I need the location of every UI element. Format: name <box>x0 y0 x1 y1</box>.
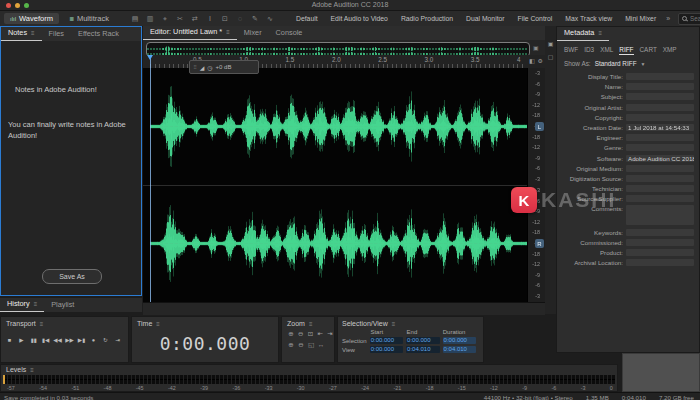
move-next-button[interactable]: ▶▮ <box>76 334 87 345</box>
monitor-icon[interactable]: ◧ <box>529 57 535 64</box>
panel-menu-icon[interactable]: ≡ <box>34 301 38 307</box>
amplitude-ruler[interactable]: -3-6-9-12-18-∞-18-12-9-6-3 -3-6-9-12-18-… <box>527 68 545 302</box>
metadata-field-value[interactable] <box>626 104 694 111</box>
left-channel-badge[interactable]: L <box>535 122 544 131</box>
metadata-field-value[interactable] <box>626 195 694 202</box>
metadata-field-value[interactable] <box>626 134 694 141</box>
move-previous-button[interactable]: ▮◀ <box>40 334 51 345</box>
pause-button[interactable]: ▮▮ <box>28 334 39 345</box>
navigator-button-icon[interactable]: ▣ <box>533 44 539 51</box>
panel-menu-icon[interactable]: ≡ <box>30 367 34 373</box>
note-text-2[interactable]: You can finally write notes in Adobe Aud… <box>8 120 131 142</box>
metadata-field-value[interactable] <box>626 229 694 236</box>
view-start-value[interactable]: 0:00.000 <box>370 346 403 353</box>
metadata-field-value[interactable] <box>626 239 694 246</box>
tab-effects-rack[interactable]: Effects Rack <box>71 29 126 41</box>
metadata-field-value[interactable] <box>626 249 694 256</box>
tab-files[interactable]: Files <box>42 29 71 41</box>
zoom-out-vertical-button[interactable]: ⊖ <box>297 341 305 349</box>
panel-menu-icon[interactable]: ≡ <box>598 30 602 36</box>
slip-tool-icon-icon[interactable]: ⇄ <box>191 15 199 23</box>
tab-editor[interactable]: Editor: Untitled Lawn * ≡ <box>143 27 237 40</box>
brush-tool-icon-icon[interactable]: ✎ <box>251 15 259 23</box>
view-duration-value[interactable]: 0:04.010 <box>443 346 476 353</box>
panel-menu-icon[interactable]: ≡ <box>309 321 313 327</box>
lasso-tool-icon-icon[interactable]: ◌ <box>236 15 244 23</box>
metadata-field-value[interactable] <box>626 144 694 151</box>
search-help-box[interactable] <box>678 13 700 25</box>
metadata-tab-riff[interactable]: RIFF <box>619 46 633 55</box>
panel-menu-icon[interactable]: ≡ <box>40 321 44 327</box>
metadata-tab-xml[interactable]: XML <box>600 46 613 55</box>
workspace-button[interactable]: Radio Production <box>401 15 453 22</box>
tab-notes[interactable]: Notes ≡ <box>1 28 42 41</box>
zoom-full-button[interactable]: ⊡ <box>307 330 315 338</box>
view-end-value[interactable]: 0:04.010 <box>406 346 439 353</box>
workspace-overflow-button[interactable]: » <box>666 15 670 22</box>
tab-playlist[interactable]: Playlist <box>44 300 81 312</box>
panel-menu-icon[interactable]: ≡ <box>226 29 230 35</box>
rewind-button[interactable]: ◀◀ <box>52 334 63 345</box>
metadata-field-value[interactable] <box>626 93 694 100</box>
metadata-field-value[interactable] <box>626 185 694 192</box>
panel-menu-icon[interactable]: ≡ <box>392 321 396 327</box>
import-icon-icon[interactable]: ▥ <box>146 15 154 23</box>
heal-tool-icon-icon[interactable]: ∿ <box>266 15 274 23</box>
fader-icon[interactable]: ◢ <box>200 64 205 71</box>
waveform-view-button[interactable]: ılıl Waveform <box>4 13 59 24</box>
metadata-field-value[interactable] <box>626 259 694 266</box>
selection-start-value[interactable]: 0:00.000 <box>370 337 403 344</box>
workspace-button[interactable]: Max Track view <box>565 15 612 22</box>
workspace-button[interactable]: Default <box>296 15 318 22</box>
panel-menu-icon[interactable]: ≡ <box>156 321 160 327</box>
metadata-tab-id3[interactable]: ID3 <box>584 46 594 55</box>
play-button[interactable]: ▶ <box>16 334 27 345</box>
tab-mixer[interactable]: Mixer <box>237 28 269 40</box>
metadata-field-value[interactable] <box>626 205 694 225</box>
selection-duration-value[interactable]: 0:00.000 <box>443 337 476 344</box>
move-tool-icon-icon[interactable]: ⌖ <box>161 15 169 23</box>
workspace-button[interactable]: Dual Monitor <box>466 15 505 22</box>
zoom-in-left-edge-button[interactable]: ⇤ <box>316 330 324 338</box>
stop-button[interactable]: ■ <box>4 334 15 345</box>
loop-button[interactable]: ↻ <box>100 334 111 345</box>
right-channel-badge[interactable]: R <box>535 239 544 248</box>
time-selection-tool-icon-icon[interactable]: I <box>206 15 214 23</box>
metadata-tab-xmp[interactable]: XMP <box>663 46 677 55</box>
search-input[interactable] <box>690 15 700 22</box>
metadata-field-value[interactable] <box>626 73 694 80</box>
workspace-button[interactable]: Edit Audio to Video <box>331 15 388 22</box>
save-as-button[interactable]: Save As <box>42 269 102 284</box>
time-display[interactable]: 0:00.000 <box>132 333 278 354</box>
metadata-field-value[interactable]: Adobe Audition CC 2018.1 <box>626 155 694 162</box>
tab-console[interactable]: Console <box>269 28 310 40</box>
zoom-out-button[interactable]: ⊖ <box>297 330 305 338</box>
fast-forward-button[interactable]: ▶▶ <box>64 334 75 345</box>
record-button[interactable]: ● <box>88 334 99 345</box>
metadata-field-value[interactable] <box>626 83 694 90</box>
tab-metadata[interactable]: Metadata ≡ <box>557 28 609 41</box>
metadata-tab-bwf[interactable]: BWF <box>564 46 578 55</box>
metadata-field-value[interactable] <box>626 175 694 182</box>
selection-end-value[interactable]: 0:00.000 <box>406 337 439 344</box>
zoom-in-vertical-button[interactable]: ⊕ <box>287 341 295 349</box>
playhead-handle[interactable] <box>147 55 153 60</box>
metadata-field-value[interactable] <box>626 165 694 172</box>
workspace-button[interactable]: File Control <box>518 15 553 22</box>
dock-panel-icon[interactable]: ▣ <box>548 40 554 47</box>
workspace-button[interactable]: Mini Mixer <box>625 15 656 22</box>
zoom-to-selection-button[interactable]: ◱ <box>307 341 315 349</box>
metadata-field-value[interactable]: 1 Jul 2018 at 14:54:33 <box>626 124 694 131</box>
dock-panel-icon[interactable]: ▢ <box>548 53 554 60</box>
hud-volume-control[interactable]: ⠿ ◢ ◷ +0 dB <box>189 60 259 74</box>
zoom-in-button[interactable]: ⊕ <box>287 330 295 338</box>
open-file-icon-icon[interactable]: ▤ <box>131 15 139 23</box>
metadata-tab-cart[interactable]: CART <box>640 46 657 55</box>
chevron-down-icon[interactable]: ▼ <box>641 61 646 67</box>
knob-icon[interactable]: ◷ <box>207 64 212 71</box>
panel-menu-icon[interactable]: ≡ <box>31 30 35 36</box>
settings-icon[interactable]: ⚙ <box>538 57 543 64</box>
multitrack-view-button[interactable]: ≣ Multitrack <box>63 13 115 24</box>
editor-scrollbar-area[interactable] <box>143 302 545 315</box>
tab-history[interactable]: History ≡ <box>0 299 44 312</box>
